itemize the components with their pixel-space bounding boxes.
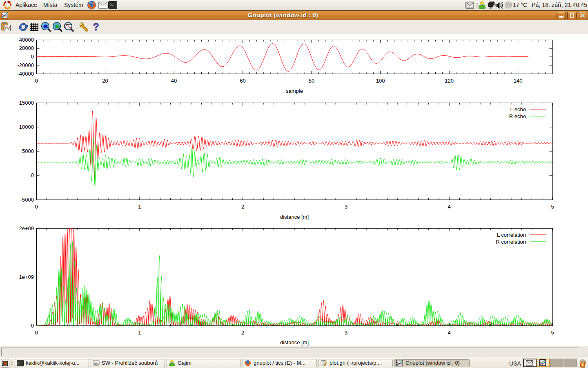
svg-text:2: 2 [241,330,244,336]
svg-text:40: 40 [171,78,177,84]
svg-text:20: 20 [102,78,108,84]
svg-text:140: 140 [514,78,523,84]
svg-text:0: 0 [31,54,34,60]
svg-text:4: 4 [448,204,451,210]
svg-text:1: 1 [138,204,141,210]
svg-text:-40000: -40000 [18,71,34,77]
svg-text:distance [m]: distance [m] [280,214,309,220]
svg-text:sample: sample [286,88,303,94]
svg-text:L correlation: L correlation [497,232,526,238]
svg-text:2: 2 [241,204,244,210]
svg-text:R echo: R echo [509,113,526,119]
svg-text:?: ? [93,22,99,32]
svg-text:40000: 40000 [19,37,34,43]
svg-text:120: 120 [445,78,454,84]
svg-text:1e+09: 1e+09 [19,274,34,280]
svg-text:1: 1 [138,330,141,336]
svg-text:0: 0 [35,204,38,210]
svg-text:distance [m]: distance [m] [280,339,309,346]
svg-text:10000: 10000 [19,124,34,130]
svg-text:2e+09: 2e+09 [19,225,34,231]
svg-text:-5000: -5000 [20,197,34,203]
svg-text:0: 0 [31,323,34,329]
svg-text:3: 3 [345,204,347,210]
svg-text:5: 5 [551,330,554,336]
svg-text:0: 0 [35,330,38,336]
svg-text:R correlation: R correlation [496,239,526,245]
svg-text:L echo: L echo [510,106,526,112]
svg-text:0: 0 [35,78,38,84]
svg-text:15000: 15000 [19,100,34,106]
svg-text:5: 5 [551,204,554,210]
svg-text:80: 80 [309,78,314,84]
svg-text:60: 60 [240,78,245,84]
svg-text:-20000: -20000 [18,62,34,68]
svg-text:4: 4 [448,330,451,336]
svg-text:5000: 5000 [22,148,34,154]
svg-text:100: 100 [376,78,385,84]
svg-text:20000: 20000 [19,45,34,51]
svg-text:3: 3 [345,330,347,336]
svg-text:0: 0 [31,172,34,178]
